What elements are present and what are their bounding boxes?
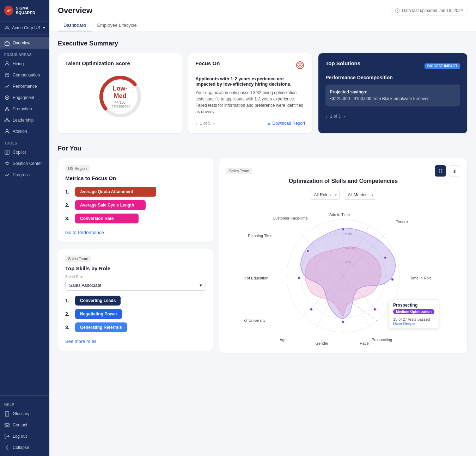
- talent-score-title: Talent Optimization Score: [65, 60, 175, 66]
- radar-filters: All Roles All Metrics: [226, 190, 460, 200]
- sidebar-item-logout[interactable]: Log out: [0, 431, 49, 442]
- glossary-icon: [4, 411, 10, 417]
- sidebar-nav: Overview Focus Areas Hiring Compensation…: [0, 35, 49, 395]
- solutions-savings: Projected savings: ~$125,000 - $150,000 …: [325, 85, 460, 106]
- metric-bar-3[interactable]: Conversion Rate: [75, 214, 139, 223]
- sidebar-item-overview[interactable]: Overview: [0, 37, 49, 49]
- svg-point-25: [441, 172, 442, 173]
- skill-btn-2[interactable]: Negotiating Power: [75, 309, 122, 319]
- sidebar-item-contact[interactable]: Contact: [0, 419, 49, 431]
- metrics-filter[interactable]: All Metrics: [344, 190, 376, 200]
- prospecting-badge: Medium Optimization: [393, 309, 434, 314]
- svg-point-9: [6, 118, 8, 120]
- solutions-next-btn[interactable]: ›: [343, 113, 345, 119]
- svg-point-21: [299, 64, 301, 66]
- header-top: Overview Data last uploaded Jan 18, 2024: [58, 6, 468, 16]
- svg-rect-15: [5, 424, 9, 427]
- go-to-performance-link[interactable]: Go to Performance: [65, 230, 104, 235]
- org-selector[interactable]: Acme Corp US ▾: [0, 21, 49, 35]
- svg-point-4: [5, 96, 9, 100]
- radar-icon-grid[interactable]: [435, 165, 446, 177]
- sidebar-collapse[interactable]: Collapse: [0, 442, 49, 453]
- metric-item-1: 1. Average Quota Attainment: [65, 187, 206, 197]
- svg-text:Planning Time: Planning Time: [248, 234, 273, 238]
- sidebar-item-performance[interactable]: Performance: [0, 81, 49, 92]
- for-you-grid: US Region Metrics to Focus On 1. Average…: [58, 158, 468, 354]
- roles-filter[interactable]: All Roles: [310, 190, 340, 200]
- radar-header: Sales Team: [226, 165, 460, 177]
- sidebar-item-copilot[interactable]: Copilot: [0, 147, 49, 158]
- logo-icon: σ²: [4, 6, 13, 16]
- svg-point-7: [5, 109, 6, 111]
- radar-icons: [435, 165, 460, 177]
- focus-prev-btn[interactable]: ‹: [195, 121, 197, 126]
- tab-dashboard[interactable]: Dashboard: [58, 20, 92, 31]
- svg-point-23: [441, 170, 442, 171]
- skill-list: 1. Converting Leads 2. Negotiating Power…: [65, 296, 206, 332]
- select-chevron-icon: ▾: [200, 283, 202, 288]
- svg-point-24: [439, 172, 440, 173]
- diver-deeper-link[interactable]: Diver Deeper: [393, 321, 434, 326]
- role-select-label: Select Role: [65, 275, 206, 279]
- svg-text:Gender: Gender: [316, 341, 329, 345]
- bar-icon: [452, 168, 457, 173]
- header: Overview Data last uploaded Jan 18, 2024…: [49, 0, 476, 31]
- svg-text:Customer Face-time: Customer Face-time: [273, 216, 308, 220]
- metric-bar-1[interactable]: Average Quota Attainment: [75, 187, 156, 197]
- svg-point-8: [8, 109, 9, 111]
- svg-text:Level of Education: Level of Education: [244, 276, 268, 280]
- skill-btn-1[interactable]: Converting Leads: [75, 296, 121, 306]
- svg-text:Race: Race: [360, 341, 369, 345]
- sidebar-item-hiring[interactable]: Hiring: [0, 58, 49, 69]
- tab-employee-lifecycle[interactable]: Employee Lifecycle: [92, 20, 142, 31]
- compensation-icon: [4, 72, 10, 78]
- sidebar-item-leadership[interactable]: Leadership: [0, 115, 49, 126]
- download-icon: [267, 121, 271, 125]
- sidebar-item-attrition[interactable]: Attrition: [0, 126, 49, 137]
- focus-next-btn[interactable]: ›: [213, 121, 215, 126]
- svg-rect-27: [454, 170, 455, 173]
- help-label: Help: [0, 399, 49, 408]
- tools-label: Tools: [0, 137, 49, 147]
- svg-rect-26: [453, 171, 453, 173]
- tabs: Dashboard Employee Lifecycle: [58, 20, 468, 31]
- logout-icon: [4, 433, 10, 439]
- svg-point-11: [8, 121, 10, 122]
- metric-bar-2[interactable]: Average Sale Cycle Length: [75, 200, 146, 210]
- radar-icon-bar[interactable]: [449, 165, 460, 177]
- see-more-roles-link[interactable]: See more roles: [65, 339, 96, 344]
- sidebar-item-compensation[interactable]: Compensation: [0, 69, 49, 81]
- solutions-pagination: ‹ 1 of 3 ›: [325, 113, 460, 119]
- collapse-icon: [4, 445, 10, 450]
- exec-summary-title: Executive Summary: [58, 40, 468, 47]
- performance-icon: [4, 84, 10, 89]
- skill-btn-3[interactable]: Generating Referrals: [75, 322, 127, 332]
- home-icon: [4, 40, 10, 46]
- for-you-title: For You: [58, 145, 468, 152]
- focus-card-header: Focus On: [195, 60, 305, 72]
- svg-text:Age: Age: [280, 338, 287, 342]
- role-select[interactable]: Sales Associate ▾: [65, 280, 206, 291]
- logo: σ² SIGMA SQUARED: [0, 0, 49, 21]
- svg-point-10: [5, 121, 6, 122]
- solutions-card: Top Solutions BIGGEST IMPACT Performance…: [318, 53, 468, 134]
- sidebar-item-promotion[interactable]: Promotion: [0, 103, 49, 115]
- sidebar-item-progress[interactable]: Progress: [0, 169, 49, 180]
- progress-icon: [4, 172, 10, 178]
- svg-point-44: [391, 278, 394, 281]
- data-badge: Data last uploaded Jan 18, 2024: [390, 6, 468, 16]
- promotion-icon: [4, 106, 10, 112]
- hiring-icon: [4, 61, 10, 67]
- sidebar-item-glossary[interactable]: Glossary: [0, 408, 49, 419]
- filter1-wrap: All Roles: [310, 190, 340, 200]
- solutions-header: Top Solutions BIGGEST IMPACT: [325, 60, 460, 72]
- download-report-link[interactable]: Download Report: [267, 121, 305, 126]
- sidebar-item-solution-center[interactable]: Solution Center: [0, 158, 49, 169]
- sidebar-item-engagement[interactable]: Engagment: [0, 92, 49, 103]
- svg-text:Quality of University: Quality of University: [244, 318, 266, 322]
- svg-point-49: [306, 250, 309, 253]
- filter2-wrap: All Metrics: [344, 190, 376, 200]
- focus-card: Focus On Applicants with 1-2 years exper…: [188, 53, 312, 134]
- metric-list: 1. Average Quota Attainment 2. Average S…: [65, 187, 206, 223]
- solutions-prev-btn[interactable]: ‹: [325, 113, 327, 119]
